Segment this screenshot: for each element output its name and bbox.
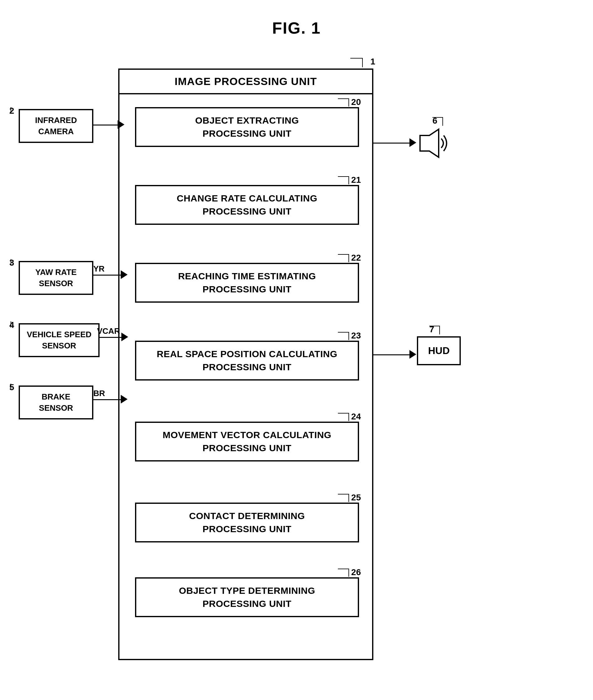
arrow-to-hud-line [373,354,411,355]
sub-unit-26-text: OBJECT TYPE DETERMININGPROCESSING UNIT [140,584,355,610]
component-4: 4 VEHICLE SPEEDSENSOR VCAR [19,323,100,357]
component-6: 6 [417,128,451,160]
sub-unit-25-text: CONTACT DETERMININGPROCESSING UNIT [140,509,355,536]
sub-unit-22-text: REACHING TIME ESTIMATINGPROCESSING UNIT [140,270,355,296]
arrow-yaw-line2 [106,274,122,275]
ref-26: 26 [351,567,361,577]
ref-24: 24 [351,412,361,421]
sub-unit-26: 26 OBJECT TYPE DETERMININGPROCESSING UNI… [135,577,359,617]
diagram-container: 1 IMAGE PROCESSING UNIT 20 OBJECT EXTRAC… [0,44,593,700]
ref-5: 5 [9,382,14,392]
arrow-yaw-line1 [93,274,107,275]
brake-sensor-box: BRAKESENSOR [19,385,93,419]
arrow-camera-head [118,120,124,129]
sub-unit-24-text: MOVEMENT VECTOR CALCULATINGPROCESSING UN… [140,429,355,455]
hud-box: HUD [417,336,461,365]
arrow-camera-line [93,124,119,125]
arrow-to-speaker-head [409,138,416,147]
arrow-to-speaker-line [373,143,411,144]
ref-20: 20 [351,97,361,107]
arrow-vcar-head [121,333,128,341]
ref-4: 4 [9,320,14,330]
sub-unit-21-text: CHANGE RATE CALCULATINGPROCESSING UNIT [140,192,355,218]
sub-unit-25: 25 CONTACT DETERMININGPROCESSING UNIT [135,503,359,543]
infrared-camera-label: INFRAREDCAMERA [35,115,77,136]
ref-22: 22 [351,253,361,263]
sub-unit-20: 20 OBJECT EXTRACTINGPROCESSING UNIT [135,107,359,147]
ref-3: 3 [9,258,14,268]
main-unit-title: IMAGE PROCESSING UNIT [119,70,372,94]
page-title: FIG. 1 [0,0,593,37]
sub-unit-21: 21 CHANGE RATE CALCULATINGPROCESSING UNI… [135,185,359,225]
ref-1: 1 [370,57,375,67]
yaw-rate-sensor-box: YAW RATESENSOR [19,261,93,295]
arrow-to-hud-head [409,350,416,359]
sub-unit-23-text: REAL SPACE POSITION CALCULATINGPROCESSIN… [140,347,355,374]
ref-2: 2 [9,106,14,116]
yaw-signal-label: YR [93,264,105,274]
component-2: 2 INFRAREDCAMERA [19,109,93,143]
arrow-yaw-head [121,270,127,279]
vehicle-speed-sensor-box: VEHICLE SPEEDSENSOR [19,323,100,357]
ref-25: 25 [351,492,361,503]
svg-marker-0 [420,129,439,157]
component-5: 5 BRAKESENSOR BR [19,385,93,419]
sub-unit-20-text: OBJECT EXTRACTINGPROCESSING UNIT [140,114,355,140]
arrow-brake-head [121,395,127,404]
speaker-icon [417,128,451,159]
ref-21: 21 [351,175,361,185]
arrow-vcar-line2 [107,337,123,338]
sub-unit-24: 24 MOVEMENT VECTOR CALCULATINGPROCESSING… [135,421,359,462]
sub-unit-23: 23 REAL SPACE POSITION CALCULATINGPROCES… [135,341,359,380]
arrow-brake-line1 [93,399,107,400]
hud-label: HUD [428,345,449,356]
yaw-rate-sensor-label: YAW RATESENSOR [36,267,77,288]
infrared-camera-box: INFRAREDCAMERA [19,109,93,143]
main-unit-box: 1 IMAGE PROCESSING UNIT 20 OBJECT EXTRAC… [118,69,373,660]
vehicle-speed-sensor-label: VEHICLE SPEEDSENSOR [27,330,91,350]
vcar-signal-label: VCAR [97,326,120,336]
component-3: 3 YAW RATESENSOR YR [19,261,93,295]
sub-unit-22: 22 REACHING TIME ESTIMATINGPROCESSING UN… [135,263,359,303]
brake-sensor-label: BRAKESENSOR [39,392,73,413]
ref-23: 23 [351,331,361,341]
brake-signal-label: BR [93,389,105,398]
arrow-brake-line2 [106,399,122,400]
